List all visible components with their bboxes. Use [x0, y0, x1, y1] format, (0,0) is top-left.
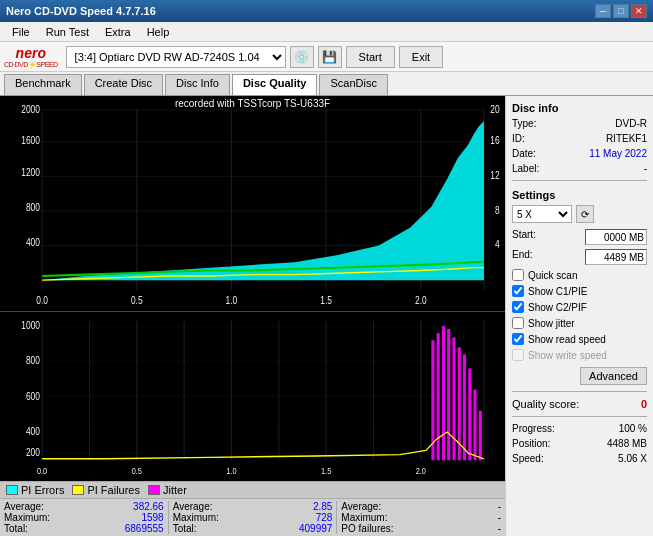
bottom-chart-svg: 1000 800 600 400 200 0.0 0.5 1.0 1.5 2.0	[0, 312, 505, 481]
show-write-speed-label: Show write speed	[528, 350, 607, 361]
divider-3	[512, 416, 647, 417]
svg-text:4: 4	[495, 238, 500, 250]
app-title: Nero CD-DVD Speed 4.7.7.16	[6, 5, 156, 17]
show-write-speed-row: Show write speed	[512, 349, 647, 361]
id-val: RITEKF1	[606, 133, 647, 144]
menu-file[interactable]: File	[4, 24, 38, 40]
svg-text:8: 8	[495, 204, 500, 216]
exit-button[interactable]: Exit	[399, 46, 443, 68]
chart-panel: recorded with TSSTcorp TS-U633F 20 16 12…	[0, 96, 505, 536]
title-bar: Nero CD-DVD Speed 4.7.7.16 ─ □ ✕	[0, 0, 653, 22]
divider-1	[512, 180, 647, 181]
tab-create-disc[interactable]: Create Disc	[84, 74, 163, 95]
svg-rect-60	[468, 368, 471, 460]
position-row: Position: 4488 MB	[512, 438, 647, 449]
type-label: Type:	[512, 118, 536, 129]
top-chart-svg: 20 16 12 8 4	[0, 96, 505, 311]
show-c2pif-label: Show C2/PIF	[528, 302, 587, 313]
po-failures-label: PO failures:	[341, 523, 393, 534]
id-label: ID:	[512, 133, 525, 144]
show-jitter-checkbox[interactable]	[512, 317, 524, 329]
speed-select[interactable]: 5 X	[512, 205, 572, 223]
quick-scan-label: Quick scan	[528, 270, 577, 281]
svg-text:400: 400	[26, 424, 40, 436]
svg-rect-57	[452, 337, 455, 460]
svg-text:600: 600	[26, 389, 40, 401]
pi-failures-total-label: Total:	[173, 523, 197, 534]
chart-title: recorded with TSSTcorp TS-U633F	[0, 98, 505, 109]
menu-run-test[interactable]: Run Test	[38, 24, 97, 40]
show-c2pif-checkbox[interactable]	[512, 301, 524, 313]
pi-failures-max-val: 728	[316, 512, 333, 523]
pi-errors-avg-label: Average:	[4, 501, 44, 512]
start-button[interactable]: Start	[346, 46, 395, 68]
speed-setting: 5 X ⟳	[512, 205, 647, 223]
nero-logo: nero	[16, 45, 46, 61]
show-write-speed-checkbox[interactable]	[512, 349, 524, 361]
pi-errors-max-val: 1598	[141, 512, 163, 523]
charts-container: recorded with TSSTcorp TS-U633F 20 16 12…	[0, 96, 505, 481]
svg-rect-61	[473, 389, 476, 460]
label-val: -	[644, 163, 647, 174]
pi-errors-total-label: Total:	[4, 523, 28, 534]
drive-select[interactable]: [3:4] Optiarc DVD RW AD-7240S 1.04	[66, 46, 286, 68]
start-input[interactable]	[585, 229, 647, 245]
show-c1pie-row: Show C1/PIE	[512, 285, 647, 297]
close-button[interactable]: ✕	[631, 4, 647, 18]
pi-errors-legend: PI Errors	[6, 484, 64, 496]
jitter-stats: Average: - Maximum: - PO failures: -	[341, 501, 501, 534]
end-input[interactable]	[585, 249, 647, 265]
id-row: ID: RITEKF1	[512, 133, 647, 144]
tab-disc-info[interactable]: Disc Info	[165, 74, 230, 95]
svg-text:1.5: 1.5	[321, 465, 331, 476]
disc-icon-button[interactable]: 💿	[290, 46, 314, 68]
show-c1pie-checkbox[interactable]	[512, 285, 524, 297]
jitter-avg-label: Average:	[341, 501, 381, 512]
quality-score-label: Quality score:	[512, 398, 579, 410]
svg-rect-56	[447, 329, 450, 460]
tab-benchmark[interactable]: Benchmark	[4, 74, 82, 95]
end-label: End:	[512, 249, 533, 265]
show-c2pif-row: Show C2/PIF	[512, 301, 647, 313]
progress-val: 100 %	[619, 423, 647, 434]
tab-scan-disc[interactable]: ScanDisc	[319, 74, 387, 95]
svg-text:800: 800	[26, 354, 40, 366]
svg-text:0.0: 0.0	[36, 294, 48, 306]
svg-text:2.0: 2.0	[415, 294, 427, 306]
svg-text:16: 16	[490, 134, 500, 146]
window-controls: ─ □ ✕	[595, 4, 647, 18]
show-read-speed-label: Show read speed	[528, 334, 606, 345]
legend-bar: PI Errors PI Failures Jitter	[0, 482, 505, 499]
date-label: Date:	[512, 148, 536, 159]
date-val: 11 May 2022	[589, 148, 647, 159]
bottom-panel: PI Errors PI Failures Jitter Average: 3	[0, 481, 505, 536]
bottom-chart: 1000 800 600 400 200 0.0 0.5 1.0 1.5 2.0	[0, 312, 505, 481]
svg-rect-62	[479, 410, 482, 459]
type-row: Type: DVD-R	[512, 118, 647, 129]
position-val: 4488 MB	[607, 438, 647, 449]
speed-label: Speed:	[512, 453, 544, 464]
svg-text:400: 400	[26, 235, 40, 247]
progress-row: Progress: 100 %	[512, 423, 647, 434]
minimize-button[interactable]: ─	[595, 4, 611, 18]
pi-failures-color	[72, 485, 84, 495]
svg-text:0.0: 0.0	[37, 465, 47, 476]
show-read-speed-checkbox[interactable]	[512, 333, 524, 345]
divider-2	[512, 391, 647, 392]
label-label: Label:	[512, 163, 539, 174]
save-button[interactable]: 💾	[318, 46, 342, 68]
refresh-button[interactable]: ⟳	[576, 205, 594, 223]
pi-failures-total-val: 409997	[299, 523, 332, 534]
quick-scan-checkbox[interactable]	[512, 269, 524, 281]
type-val: DVD-R	[615, 118, 647, 129]
menu-help[interactable]: Help	[139, 24, 178, 40]
tab-disc-quality[interactable]: Disc Quality	[232, 74, 318, 95]
advanced-button[interactable]: Advanced	[580, 367, 647, 385]
jitter-avg-val: -	[498, 501, 501, 512]
po-failures-val: -	[498, 523, 501, 534]
svg-rect-54	[437, 333, 440, 460]
menu-extra[interactable]: Extra	[97, 24, 139, 40]
maximize-button[interactable]: □	[613, 4, 629, 18]
quality-score-val: 0	[641, 398, 647, 410]
svg-text:0.5: 0.5	[132, 465, 142, 476]
